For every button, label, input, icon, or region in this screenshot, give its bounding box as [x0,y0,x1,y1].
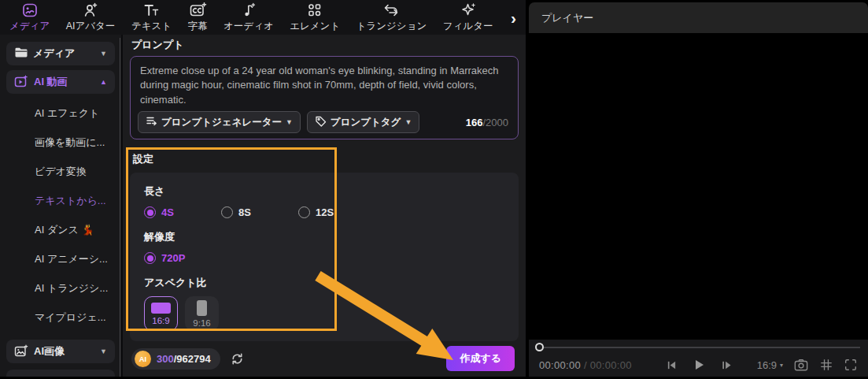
snapshot-camera-icon[interactable] [793,358,809,372]
sidebar-group-label: AI 動画 [34,75,68,89]
radio-unselected-icon [298,206,310,218]
radio-selected-icon [144,206,156,218]
current-time: 00:00:00 [539,359,581,371]
radio-8s[interactable]: 8S [221,206,298,218]
sidebar-item-ai-transition[interactable]: AI トランジシ... [0,273,121,303]
chevron-down-icon: ▼ [100,347,107,355]
time-separator: / [581,359,590,371]
prompt-generator-button[interactable]: プロンプトジェネレーター ▼ [138,111,301,133]
chevron-down-icon: ▼ [404,118,412,126]
prompt-tag-button[interactable]: プロンプトタグ ▼ [307,111,419,133]
previous-frame-icon[interactable] [667,360,677,370]
sidebar-group-media[interactable]: メディア ▼ [6,42,115,65]
sidebar-item-ai-animation[interactable]: AI アニメーシ... [0,244,121,273]
radio-label: 4S [161,206,174,218]
aspect-options: 16:9 9:16 [144,296,504,331]
prompt-generator-label: プロンプトジェネレーター [161,116,282,129]
player-title: プレイヤー [541,11,593,25]
prompt-tag-label: プロンプトタグ [331,116,401,129]
player-header: プレイヤー [529,2,868,33]
total-time: 00:00:00 [590,359,632,371]
toolbar-tab-audio[interactable]: オーディオ [223,2,274,33]
filters-icon [460,2,477,19]
portrait-shape-icon [197,300,207,316]
chevron-down-icon: ▼ [286,118,293,126]
top-toolbar: メディア AIアバター テキスト 字幕 [0,0,526,35]
aspect-card-label: 9:16 [193,318,210,328]
prompt-card: Extreme close up of a 24 year old woman'… [130,56,519,139]
toolbar-tab-text[interactable]: テキスト [131,2,172,33]
play-icon[interactable] [693,359,705,371]
text-icon [142,2,160,19]
credits-text: 300/962794 [157,353,211,365]
radio-label: 8S [238,206,251,218]
credits-pill[interactable]: AI 300/962794 [131,348,220,370]
radio-unselected-icon [221,206,233,218]
radio-4s[interactable]: 4S [144,206,221,218]
left-body: メディア ▼ AI 動画 ▲ AI エフェクト 画像を動画に... ビデオ変換 … [0,35,526,377]
fullscreen-icon[interactable] [844,358,858,372]
seek-knob[interactable] [535,343,544,351]
toolbar-tab-label: エレメント [290,20,340,33]
ai-image-icon [14,344,28,359]
aspect-card-9-16[interactable]: 9:16 [185,296,219,331]
toolbar-tab-label: 字幕 [188,20,208,33]
transport-controls [667,359,731,371]
chevron-down-icon: ▼ [100,50,107,58]
sidebar-group-ai-image[interactable]: AI画像 ▼ [6,340,115,363]
refresh-icon[interactable] [230,351,245,366]
credits-used: 300 [157,353,174,365]
seek-bar[interactable] [529,343,868,353]
toolbar-tab-ai-avatar[interactable]: AIアバター [66,2,116,33]
sidebar-group-ai-video[interactable]: AI 動画 ▲ [6,70,115,94]
sidebar-item-my-projects[interactable]: マイプロジェ... [0,303,121,332]
char-limit: /2000 [482,117,508,128]
sidebar-item-ai-effect[interactable]: AI エフェクト [0,98,121,128]
sidebar-group-label: AI画像 [34,344,65,359]
toolbar-tab-subtitles[interactable]: 字幕 [188,2,208,33]
char-counter: 166/2000 [466,117,508,128]
player-panel: プレイヤー 00:00:00 / 00:00:00 [529,0,868,377]
sidebar-item-video-convert[interactable]: ビデオ変換 [0,157,121,186]
radio-label: 12S [316,206,334,218]
sidebar-item-ai-dance[interactable]: AI ダンス 💃 [0,215,121,244]
prompt-textarea[interactable]: Extreme close up of a 24 year old woman'… [140,64,508,107]
toolbar-tab-filters[interactable]: フィルター [443,2,493,33]
sidebar-items: AI エフェクト 画像を動画に... ビデオ変換 テキストから... AI ダン… [0,98,121,332]
audio-icon [240,2,257,19]
app-window: メディア AIアバター テキスト 字幕 [0,0,868,377]
create-button[interactable]: 作成する [446,346,515,371]
radio-12s[interactable]: 12S [298,206,375,218]
player-control-row: 00:00:00 / 00:00:00 16:9 ▾ [529,353,868,377]
timecode: 00:00:00 / 00:00:00 [539,359,632,371]
landscape-shape-icon [151,303,171,314]
toolbar-tab-label: フィルター [443,20,493,33]
toolbar-tab-media[interactable]: メディア [9,2,50,33]
player-right-controls: 16:9 ▾ [757,358,858,372]
settings-panel: 長さ 4S 8S 12S [130,173,519,341]
aspect-ratio-select[interactable]: 16:9 ▾ [757,359,783,371]
char-count: 166 [466,117,483,128]
toolbar-tab-transitions[interactable]: トランジション [356,2,427,33]
toolbar-tab-elements[interactable]: エレメント [290,2,340,33]
folder-icon [14,46,28,61]
aspect-card-16-9[interactable]: 16:9 [144,296,178,331]
sidebar-item-image-to-video[interactable]: 画像を動画に... [0,128,121,157]
left-section: メディア AIアバター テキスト 字幕 [0,0,526,377]
next-frame-icon[interactable] [721,360,731,370]
radio-label: 720P [161,252,185,264]
radio-720p[interactable]: 720P [144,252,221,264]
subtitles-icon [189,2,207,19]
prompt-section-label: プロンプト [131,38,519,52]
sidebar-group-partial[interactable] [6,370,115,377]
ai-coin-icon: AI [135,351,151,367]
length-label: 長さ [144,184,504,199]
seek-track[interactable] [537,347,860,348]
prompt-toolbar: プロンプトジェネレーター ▼ プロンプトタグ ▼ 166/2000 [138,111,508,133]
settings-section-label: 設定 [133,152,519,166]
toolbar-expand-chevron-icon[interactable]: › [509,9,518,26]
grid-icon[interactable] [819,358,833,372]
sidebar-item-text-to-video[interactable]: テキストから... [0,186,121,215]
bottom-bar: AI 300/962794 作成する [130,344,519,377]
credits-total: /962794 [174,353,211,365]
